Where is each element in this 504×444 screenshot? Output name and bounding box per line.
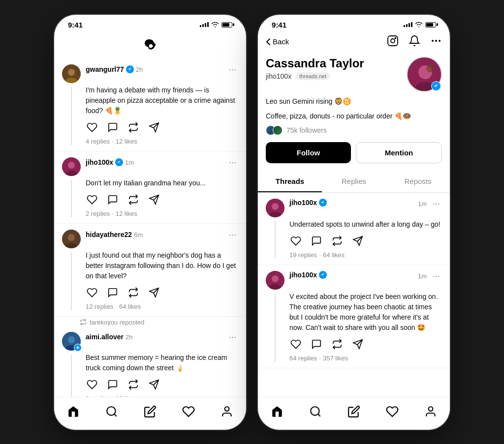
like-button[interactable] bbox=[289, 338, 302, 351]
more-button[interactable]: ··· bbox=[227, 157, 238, 168]
post-username-row: jiho100x 1m ··· bbox=[86, 157, 238, 168]
follow-button[interactable]: Follow bbox=[266, 142, 351, 163]
more-button[interactable]: ··· bbox=[227, 332, 238, 342]
share-button[interactable] bbox=[148, 193, 160, 206]
pp-user-group: jiho100x bbox=[289, 199, 327, 207]
pp-meta: jiho100x 1m ··· bbox=[289, 271, 442, 281]
nav-search-profile[interactable] bbox=[301, 403, 330, 420]
comment-button[interactable] bbox=[310, 338, 323, 351]
share-button[interactable] bbox=[351, 235, 364, 247]
tab-replies[interactable]: Replies bbox=[322, 171, 386, 192]
thread-line bbox=[71, 252, 72, 310]
comment-button[interactable] bbox=[310, 235, 323, 247]
share-button[interactable] bbox=[148, 121, 160, 134]
verified-badge bbox=[319, 199, 327, 207]
thread-line-col bbox=[62, 250, 81, 310]
nav-profile-profile[interactable] bbox=[416, 403, 445, 420]
compose-icon bbox=[144, 405, 157, 418]
signal-bars-feed bbox=[200, 22, 209, 27]
more-button[interactable]: ··· bbox=[431, 199, 442, 209]
nav-home-profile[interactable] bbox=[263, 403, 291, 420]
username[interactable]: gwangurl77 bbox=[86, 65, 124, 73]
more-button[interactable]: ··· bbox=[227, 64, 238, 75]
header-icons bbox=[387, 35, 442, 49]
comment-button[interactable] bbox=[106, 378, 119, 391]
post-content-row: I'm having a debate with my friends — is… bbox=[62, 85, 238, 145]
share-button[interactable] bbox=[148, 286, 160, 299]
more-button[interactable]: ··· bbox=[431, 271, 442, 281]
post-meta: hidayathere22 6m ··· bbox=[86, 230, 238, 240]
pp-content-row: V excited about the project I've been wo… bbox=[266, 292, 442, 362]
repost-button[interactable] bbox=[127, 286, 140, 299]
status-bar-profile: 9:41 bbox=[258, 15, 450, 31]
username[interactable]: jiho100x bbox=[289, 199, 317, 207]
like-button[interactable] bbox=[86, 378, 98, 391]
repost-button[interactable] bbox=[127, 378, 140, 391]
post-stats: 4 replies · 12 likes bbox=[86, 138, 238, 145]
username-group: jiho100x 1m bbox=[86, 158, 134, 166]
back-button[interactable]: Back bbox=[266, 37, 289, 46]
nav-heart-profile[interactable] bbox=[378, 403, 407, 420]
profile-info: Cassandra Taylor jiho100x threads.net bbox=[258, 53, 450, 168]
thread-line-col bbox=[62, 353, 81, 397]
tab-threads[interactable]: Threads bbox=[258, 171, 322, 192]
post-username-row: aimi.allover 2h ··· bbox=[86, 332, 238, 342]
nav-compose[interactable] bbox=[136, 403, 164, 420]
post-header: aimi.allover 2h ··· bbox=[62, 332, 238, 351]
username[interactable]: aimi.allover bbox=[86, 333, 124, 341]
chevron-left-icon bbox=[266, 38, 271, 46]
mention-button[interactable]: Mention bbox=[356, 142, 442, 163]
comment-button[interactable] bbox=[106, 286, 119, 299]
thread-line bbox=[275, 221, 276, 259]
instagram-icon[interactable] bbox=[387, 35, 399, 49]
post-text: V excited about the project I've been wo… bbox=[289, 292, 442, 333]
svg-point-1 bbox=[68, 69, 75, 76]
share-button[interactable] bbox=[148, 378, 160, 391]
comment-button[interactable] bbox=[106, 193, 119, 206]
avatar-wrapper bbox=[62, 332, 81, 351]
like-button[interactable] bbox=[86, 121, 98, 134]
repost-button[interactable] bbox=[331, 235, 344, 247]
repost-button[interactable] bbox=[331, 338, 344, 351]
repost-button[interactable] bbox=[127, 193, 140, 206]
battery-icon-profile bbox=[425, 22, 436, 28]
nav-search[interactable] bbox=[97, 403, 126, 420]
username[interactable]: jiho100x bbox=[289, 271, 317, 279]
username[interactable]: hidayathere22 bbox=[86, 231, 132, 238]
profile-bio-2: Coffee, pizza, donuts - no particular or… bbox=[266, 111, 442, 121]
status-bar-feed: 9:41 bbox=[54, 15, 246, 31]
comment-button[interactable] bbox=[106, 121, 119, 134]
username[interactable]: jiho100x bbox=[86, 158, 113, 166]
repost-button[interactable] bbox=[127, 121, 140, 134]
more-button[interactable]: ··· bbox=[227, 230, 238, 240]
nav-home[interactable] bbox=[59, 403, 88, 420]
pp-content-row: Underrated spots to unwind after a long … bbox=[266, 219, 442, 259]
nav-compose-profile[interactable] bbox=[340, 403, 368, 420]
bar1 bbox=[200, 25, 201, 27]
svg-point-6 bbox=[68, 162, 75, 169]
post-text: I'm having a debate with my friends — is… bbox=[86, 85, 238, 116]
profile-avatar-wrapper bbox=[407, 57, 442, 92]
like-button[interactable] bbox=[86, 193, 98, 206]
profile-bio-1: Leo sun Gemini rising 🦁♊ bbox=[266, 96, 442, 107]
nav-profile[interactable] bbox=[213, 403, 241, 420]
nav-heart[interactable] bbox=[174, 403, 203, 420]
profile-nav-header: Back bbox=[258, 31, 450, 53]
timestamp: 1m bbox=[418, 200, 427, 207]
post-username-row: gwangurl77 2h ··· bbox=[86, 64, 238, 75]
tab-reposts[interactable]: Reposts bbox=[386, 171, 450, 192]
thread-line-col bbox=[62, 178, 81, 217]
status-icons-profile bbox=[404, 22, 436, 28]
profile-posts-area[interactable]: jiho100x 1m ··· bbox=[258, 193, 450, 396]
like-button[interactable] bbox=[86, 286, 98, 299]
share-button[interactable] bbox=[351, 338, 364, 351]
bottom-nav-profile bbox=[258, 397, 450, 430]
more-icon[interactable] bbox=[430, 35, 442, 49]
pp-user-group: jiho100x bbox=[289, 271, 327, 279]
like-button[interactable] bbox=[289, 235, 302, 247]
feed-scroll-area[interactable]: gwangurl77 2h ··· bbox=[54, 59, 246, 397]
bell-icon[interactable] bbox=[409, 35, 420, 49]
back-label: Back bbox=[273, 37, 289, 46]
timestamp: 6m bbox=[134, 231, 143, 238]
heart-icon bbox=[386, 405, 399, 418]
